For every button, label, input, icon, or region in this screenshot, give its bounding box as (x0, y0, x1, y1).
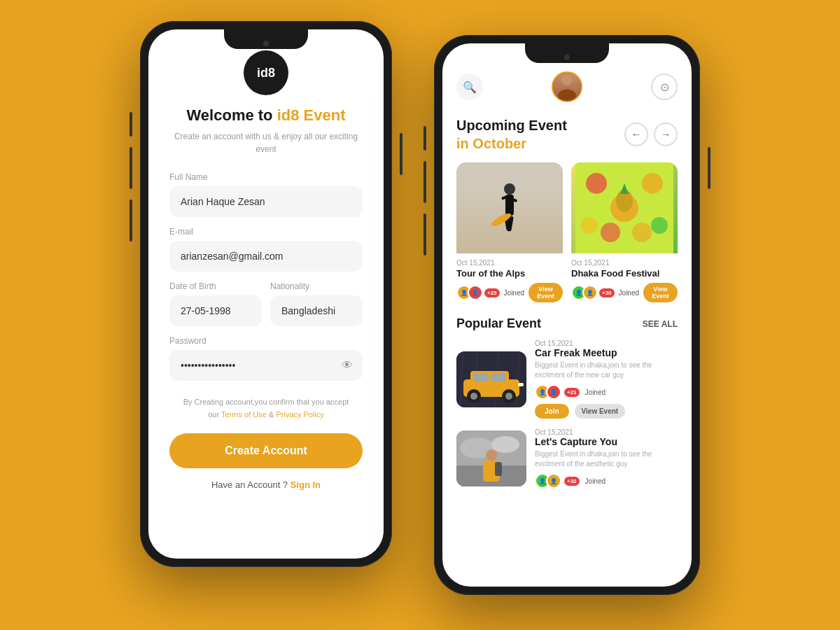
left-phone: id8 Welcome to id8 Event Create an accou… (140, 21, 392, 567)
password-wrapper: 👁 (169, 350, 363, 381)
avatar-stack-0: 👤 👤 (456, 285, 479, 300)
svg-point-12 (642, 173, 663, 194)
svg-point-14 (651, 217, 668, 234)
terms-of-use-link[interactable]: Terms of Use (221, 410, 267, 419)
avatar-stack-popular-1: 👤 👤 (535, 473, 557, 489)
event-title-1: Dhaka Food Festival (571, 268, 678, 279)
svg-rect-26 (473, 373, 489, 382)
dob-group: Date of Birth (169, 281, 262, 326)
svg-point-15 (601, 223, 620, 242)
popular-joined-0: Joined (585, 388, 606, 396)
svg-rect-32 (518, 383, 524, 386)
see-all-button[interactable]: SEE ALL (643, 319, 678, 329)
create-account-button[interactable]: Create Account (169, 433, 363, 468)
email-input[interactable] (169, 241, 363, 272)
popular-count-0: +21 (564, 388, 580, 397)
popular-date-0: Oct 15,2021 (535, 340, 678, 347)
view-event-btn-0[interactable]: View Event (528, 283, 563, 302)
popular-count-1: +32 (564, 477, 580, 486)
right-phone-screen: 🔍 ⊙ Upcomin (442, 43, 692, 587)
password-label: Password (169, 336, 363, 346)
svg-rect-27 (491, 373, 505, 382)
full-name-group: Full Name (169, 172, 363, 217)
next-arrow[interactable]: → (654, 122, 678, 146)
svg-point-0 (562, 75, 573, 85)
right-phone: 🔍 ⊙ Upcomin (434, 35, 700, 595)
popular-joined-1: Joined (585, 477, 606, 485)
dob-nationality-row: Date of Birth Nationality (169, 281, 363, 326)
nav-arrows: ← → (624, 122, 678, 146)
popular-desc-0: Biggest Event in dhaka,join to see the e… (535, 360, 678, 380)
left-phone-screen: id8 Welcome to id8 Event Create an accou… (148, 29, 384, 559)
popular-event-title-0: Car Freak Meetup (535, 347, 678, 358)
popular-desc-1: Biggest Event in dhaka,join to see the e… (535, 449, 678, 469)
popular-meta-0: 👤 👤 +21 Joined (535, 384, 678, 400)
email-label: E-mail (169, 227, 363, 237)
upcoming-section-header: Upcoming Event in October ← → (456, 116, 678, 153)
event-image-surfer (456, 162, 563, 253)
privacy-policy-link[interactable]: Privacy Policy (276, 410, 323, 419)
popular-buttons-0: Join View Event (535, 404, 678, 419)
prev-arrow[interactable]: ← (624, 122, 648, 146)
car-visual (456, 351, 526, 407)
welcome-title: Welcome to id8 Event (187, 106, 346, 125)
phones-container: id8 Welcome to id8 Event Create an accou… (140, 35, 700, 595)
popular-info-0: Oct 15,2021 Car Freak Meetup Biggest Eve… (535, 340, 678, 419)
upcoming-events-grid: Oct 15,2021 Tour of the Alps 👤 👤 +25 Joi… (456, 162, 678, 302)
mini-avatar-6: 👤 (546, 384, 561, 400)
upcoming-month: in October (456, 134, 567, 153)
event-meta-1: 👤 👤 +30 Joined View Event (571, 283, 678, 302)
joined-label-0: Joined (504, 289, 524, 297)
camera-right (564, 55, 570, 60)
popular-info-1: Oct 15,2021 Let's Capture You Biggest Ev… (535, 428, 678, 489)
camera-left (263, 41, 269, 46)
svg-point-11 (586, 173, 607, 194)
event-image-food (571, 162, 678, 253)
upcoming-title-block: Upcoming Event in October (456, 116, 567, 153)
upcoming-title: Upcoming Event (456, 116, 567, 134)
search-button[interactable]: 🔍 (456, 74, 483, 100)
event-card-0: Oct 15,2021 Tour of the Alps 👤 👤 +25 Joi… (456, 162, 563, 302)
popular-section-header: Popular Event SEE ALL (456, 316, 678, 331)
mini-avatar-2: 👤 (468, 285, 483, 300)
view-event-popular-btn-0[interactable]: View Event (575, 404, 626, 419)
popular-card-0: Oct 15,2021 Car Freak Meetup Biggest Eve… (456, 340, 678, 419)
dob-label: Date of Birth (169, 281, 262, 291)
password-input[interactable] (169, 350, 363, 381)
full-name-input[interactable] (169, 186, 363, 217)
dob-input[interactable] (169, 295, 262, 326)
event-title-0: Tour of the Alps (456, 268, 563, 279)
avatar-image (553, 73, 581, 101)
svg-point-13 (581, 217, 598, 234)
nationality-input[interactable] (270, 295, 363, 326)
nationality-label: Nationality (270, 281, 363, 291)
popular-card-1: Oct 15,2021 Let's Capture You Biggest Ev… (456, 428, 678, 489)
svg-point-31 (505, 393, 512, 400)
svg-point-1 (558, 89, 575, 101)
svg-point-36 (491, 436, 519, 453)
svg-point-37 (486, 449, 497, 461)
popular-image-person (456, 430, 526, 486)
join-button-0[interactable]: Join (535, 404, 569, 419)
eye-icon[interactable]: 👁 (342, 359, 353, 372)
settings-button[interactable]: ⊙ (651, 74, 678, 100)
app-header: 🔍 ⊙ (456, 71, 678, 102)
signin-text: Have an Account ? Sign In (211, 479, 321, 490)
mini-avatar-8: 👤 (546, 473, 561, 489)
svg-point-2 (504, 183, 515, 195)
welcome-subtitle: Create an account with us & enjoy all ou… (169, 130, 363, 155)
user-avatar[interactable] (552, 71, 582, 102)
joined-count-1: +30 (599, 288, 615, 298)
popular-title: Popular Event (456, 316, 541, 331)
view-event-btn-1[interactable]: View Event (643, 283, 678, 302)
event-date-0: Oct 15,2021 (456, 259, 563, 267)
email-group: E-mail (169, 227, 363, 272)
svg-point-29 (470, 393, 477, 400)
avatar-stack-1: 👤 👤 (571, 285, 594, 300)
sign-in-link[interactable]: Sign In (290, 479, 321, 490)
popular-date-1: Oct 15,2021 (535, 428, 678, 436)
event-date-1: Oct 15,2021 (571, 259, 678, 267)
popular-meta-1: 👤 👤 +32 Joined (535, 473, 678, 489)
full-name-label: Full Name (169, 172, 363, 182)
popular-image-car (456, 351, 526, 407)
